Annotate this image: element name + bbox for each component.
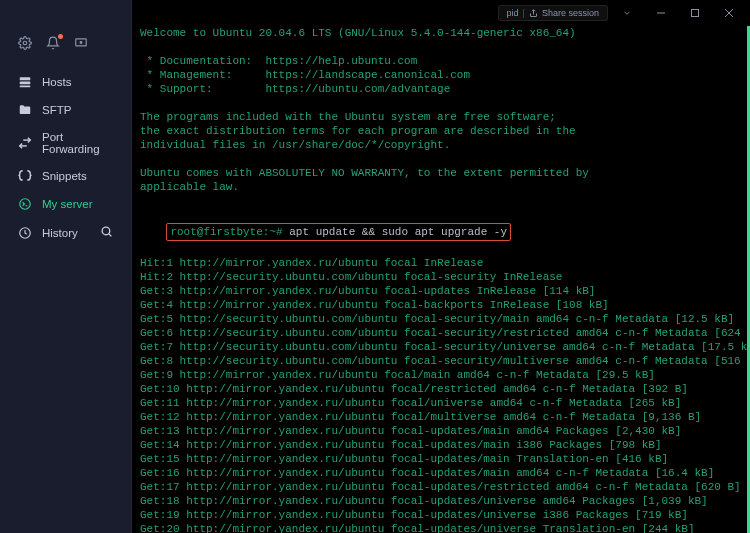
terminal-output-line: Get:6 http://security.ubuntu.com/ubuntu … bbox=[140, 326, 744, 340]
sidebar-item-label: My server bbox=[42, 198, 92, 210]
share-icon bbox=[529, 9, 538, 18]
sidebar-item-label: Port Forwarding bbox=[42, 131, 113, 155]
folder-icon bbox=[18, 103, 32, 117]
terminal-output-line: Get:20 http://mirror.yandex.ru/ubuntu fo… bbox=[140, 522, 744, 533]
minimize-icon bbox=[656, 8, 666, 18]
svg-rect-9 bbox=[20, 86, 31, 88]
terminal-line: Ubuntu comes with ABSOLUTELY NO WARRANTY… bbox=[140, 166, 744, 180]
search-icon bbox=[100, 225, 113, 238]
chevron-down-icon bbox=[622, 8, 632, 18]
terminal-pane[interactable]: Welcome to Ubuntu 20.04.6 LTS (GNU/Linux… bbox=[132, 0, 750, 533]
terminal-line: Welcome to Ubuntu 20.04.6 LTS (GNU/Linux… bbox=[140, 26, 744, 40]
svg-rect-1 bbox=[692, 10, 699, 17]
settings-button[interactable] bbox=[18, 36, 32, 54]
terminal-line: * Documentation: https://help.ubuntu.com bbox=[140, 54, 744, 68]
terminal-output-line: Hit:2 http://security.ubuntu.com/ubuntu … bbox=[140, 270, 744, 284]
sidebar-item-label: SFTP bbox=[42, 104, 71, 116]
terminal-output-line: Get:9 http://mirror.yandex.ru/ubuntu foc… bbox=[140, 368, 744, 382]
maximize-button[interactable] bbox=[680, 2, 710, 24]
terminal-output-line: Get:7 http://security.ubuntu.com/ubuntu … bbox=[140, 340, 744, 354]
titlebar: pid | Share session bbox=[498, 0, 750, 26]
terminal-output-line: Get:3 http://mirror.yandex.ru/ubuntu foc… bbox=[140, 284, 744, 298]
terminal-prompt: root@firstbyte:~# bbox=[170, 226, 289, 238]
terminal-output-line: Get:14 http://mirror.yandex.ru/ubuntu fo… bbox=[140, 438, 744, 452]
gear-icon bbox=[18, 36, 32, 50]
arrows-icon bbox=[18, 136, 32, 150]
terminal-active-icon bbox=[18, 197, 32, 211]
history-search-button[interactable] bbox=[100, 225, 113, 240]
sidebar-item-sftp[interactable]: SFTP bbox=[0, 96, 131, 124]
terminal-output-line: Get:16 http://mirror.yandex.ru/ubuntu fo… bbox=[140, 466, 744, 480]
history-icon bbox=[18, 226, 32, 240]
terminal-output-line: Get:4 http://mirror.yandex.ru/ubuntu foc… bbox=[140, 298, 744, 312]
notifications-button[interactable] bbox=[46, 36, 60, 54]
sidebar-item-history[interactable]: History bbox=[0, 218, 131, 247]
minimize-button[interactable] bbox=[646, 2, 676, 24]
screen-button[interactable] bbox=[74, 36, 88, 54]
sidebar-item-label: Snippets bbox=[42, 170, 87, 182]
hosts-icon bbox=[18, 75, 32, 89]
terminal-output-line: Get:13 http://mirror.yandex.ru/ubuntu fo… bbox=[140, 424, 744, 438]
terminal-command: apt update && sudo apt upgrade -y bbox=[289, 226, 507, 238]
share-session-pill[interactable]: pid | Share session bbox=[498, 5, 608, 21]
terminal-output-line: Get:12 http://mirror.yandex.ru/ubuntu fo… bbox=[140, 410, 744, 424]
svg-point-6 bbox=[80, 42, 82, 44]
terminal-line: * Management: https://landscape.canonica… bbox=[140, 68, 744, 82]
svg-point-13 bbox=[102, 227, 110, 235]
share-session-button[interactable]: Share session bbox=[529, 8, 599, 18]
sidebar-item-hosts[interactable]: Hosts bbox=[0, 68, 131, 96]
terminal-line: individual files in /usr/share/doc/*/cop… bbox=[140, 138, 744, 152]
sidebar: Hosts SFTP Port Forwarding Snippets My s… bbox=[0, 0, 132, 533]
code-icon bbox=[18, 169, 32, 183]
terminal-output-line: Get:19 http://mirror.yandex.ru/ubuntu fo… bbox=[140, 508, 744, 522]
terminal-output-line: Get:8 http://security.ubuntu.com/ubuntu … bbox=[140, 354, 744, 368]
terminal-line: the exact distribution terms for each pr… bbox=[140, 124, 744, 138]
maximize-icon bbox=[690, 8, 700, 18]
sidebar-icon-row bbox=[0, 36, 131, 68]
terminal-output-line: Get:5 http://security.ubuntu.com/ubuntu … bbox=[140, 312, 744, 326]
sidebar-item-label: History bbox=[42, 227, 78, 239]
notification-dot-icon bbox=[58, 34, 63, 39]
terminal-output-line: Get:10 http://mirror.yandex.ru/ubuntu fo… bbox=[140, 382, 744, 396]
terminal-line: * Support: https://ubuntu.com/advantage bbox=[140, 82, 744, 96]
terminal-line: applicable law. bbox=[140, 180, 744, 194]
terminal-output-line: Hit:1 http://mirror.yandex.ru/ubuntu foc… bbox=[140, 256, 744, 270]
command-line-highlight: root@firstbyte:~# apt update && sudo apt… bbox=[140, 208, 744, 256]
terminal-output-line: Get:17 http://mirror.yandex.ru/ubuntu fo… bbox=[140, 480, 744, 494]
svg-rect-7 bbox=[20, 77, 31, 80]
screen-icon bbox=[74, 36, 88, 50]
sidebar-item-label: Hosts bbox=[42, 76, 71, 88]
terminal-output-line: Get:18 http://mirror.yandex.ru/ubuntu fo… bbox=[140, 494, 744, 508]
terminal-output-line: Get:11 http://mirror.yandex.ru/ubuntu fo… bbox=[140, 396, 744, 410]
svg-point-4 bbox=[23, 41, 27, 45]
sidebar-item-port-forwarding[interactable]: Port Forwarding bbox=[0, 124, 131, 162]
close-button[interactable] bbox=[714, 2, 744, 24]
dropdown-button[interactable] bbox=[612, 2, 642, 24]
close-icon bbox=[724, 8, 734, 18]
sidebar-item-snippets[interactable]: Snippets bbox=[0, 162, 131, 190]
terminal-output-line: Get:15 http://mirror.yandex.ru/ubuntu fo… bbox=[140, 452, 744, 466]
share-label: Share session bbox=[542, 8, 599, 18]
svg-rect-8 bbox=[20, 81, 31, 84]
terminal-line: The programs included with the Ubuntu sy… bbox=[140, 110, 744, 124]
share-prefix: pid bbox=[507, 8, 519, 18]
sidebar-item-my-server[interactable]: My server bbox=[0, 190, 131, 218]
svg-line-14 bbox=[109, 234, 112, 237]
